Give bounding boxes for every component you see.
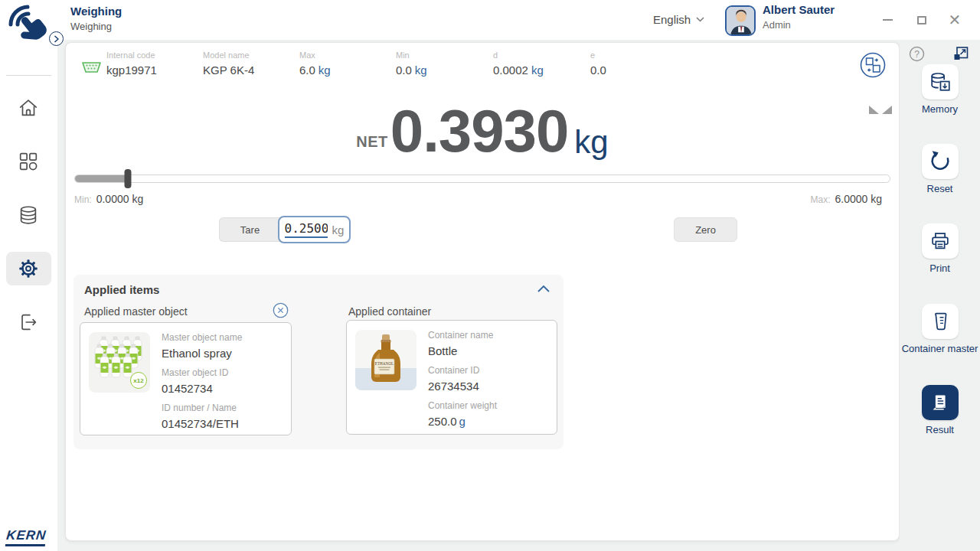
master-section-label: Applied master object bbox=[84, 305, 188, 318]
close-icon: ✕ bbox=[949, 12, 962, 28]
action-reset: Reset bbox=[900, 144, 980, 194]
memory-label: Memory bbox=[900, 103, 980, 115]
user-menu[interactable]: Albert Sauter Admin bbox=[763, 3, 835, 31]
user-name: Albert Sauter bbox=[763, 3, 835, 16]
master-id-number: 01452734/ETH bbox=[162, 417, 242, 430]
sidebar-item-database[interactable] bbox=[17, 204, 40, 227]
reset-icon bbox=[928, 149, 952, 174]
chevron-down-icon bbox=[696, 17, 704, 22]
field-label: Master object name bbox=[162, 332, 242, 343]
avatar[interactable] bbox=[725, 5, 756, 36]
tare-input-box: kg bbox=[278, 216, 351, 243]
close-button[interactable]: ✕ bbox=[943, 0, 966, 40]
slider-thumb[interactable] bbox=[125, 169, 132, 188]
tare-unit: kg bbox=[332, 223, 345, 236]
page-title: Weighing bbox=[70, 5, 122, 18]
memory-button[interactable] bbox=[922, 64, 959, 99]
result-icon bbox=[928, 390, 952, 415]
info-internal-code: Internal code kgp19971 bbox=[106, 51, 157, 77]
user-role: Admin bbox=[763, 19, 835, 31]
tare-button[interactable]: Tare bbox=[219, 217, 280, 242]
breadcrumb: Weighing bbox=[70, 21, 122, 32]
scale-info-bar: Internal code kgp19971 Model name KGP 6K… bbox=[66, 43, 899, 86]
help-icon[interactable]: ? bbox=[909, 46, 925, 62]
net-label: NET bbox=[356, 133, 388, 151]
container-image: ETHANOL bbox=[355, 330, 416, 390]
container-master-icon bbox=[928, 309, 952, 334]
sidebar-expand-button[interactable] bbox=[49, 31, 64, 46]
master-object-id: 01452734 bbox=[162, 382, 242, 395]
master-object-image: x12 bbox=[89, 332, 150, 393]
reset-button[interactable] bbox=[922, 144, 959, 179]
svg-text:?: ? bbox=[914, 49, 920, 60]
range-max: Max:6.0000 kg bbox=[810, 193, 882, 205]
action-container-master: Container master bbox=[900, 304, 980, 354]
field-label: Master object ID bbox=[162, 367, 242, 378]
minimize-button[interactable] bbox=[876, 0, 899, 40]
sidebar-divider bbox=[6, 75, 51, 76]
range-min: Min:0.0000 kg bbox=[74, 193, 143, 205]
container-card: ETHANOL Container name Bottle Container … bbox=[346, 320, 557, 435]
info-max: Max 6.0kg bbox=[299, 51, 331, 77]
container-master-label: Container master bbox=[900, 343, 980, 354]
master-object-name: Ethanol spray bbox=[162, 347, 242, 360]
clear-master-object-icon[interactable] bbox=[273, 302, 289, 318]
ethanol-bottle-icon: ETHANOL bbox=[355, 330, 416, 390]
result-label: Result bbox=[900, 424, 980, 435]
switch-scale-icon[interactable] bbox=[860, 52, 886, 78]
container-section-label: Applied container bbox=[348, 305, 431, 318]
user-photo-icon bbox=[727, 7, 756, 36]
container-id: 26734534 bbox=[428, 380, 497, 393]
info-e: e 0.0 bbox=[590, 51, 606, 77]
maximize-icon bbox=[917, 16, 926, 24]
info-min: Min 0.0kg bbox=[396, 51, 427, 77]
master-object-card: x12 Master object name Ethanol spray Mas… bbox=[80, 322, 292, 435]
sidebar-item-apps[interactable] bbox=[17, 150, 40, 173]
container-weight: 250.0g bbox=[428, 415, 497, 428]
result-button[interactable] bbox=[922, 385, 959, 420]
action-memory: Memory bbox=[900, 64, 980, 115]
pack-count-badge: x12 bbox=[130, 372, 147, 389]
reset-label: Reset bbox=[900, 183, 980, 194]
language-label: English bbox=[653, 13, 691, 26]
info-model-name: Model name KGP 6K-4 bbox=[203, 51, 254, 77]
zero-button[interactable]: Zero bbox=[674, 217, 737, 242]
slider-fill bbox=[75, 175, 128, 182]
field-label: Container ID bbox=[428, 365, 497, 376]
sidebar-item-settings[interactable] bbox=[17, 257, 40, 280]
info-d: d 0.0002kg bbox=[493, 51, 544, 77]
tare-input[interactable] bbox=[285, 221, 328, 238]
left-sidebar: KERN bbox=[0, 40, 57, 551]
chevron-up-icon[interactable] bbox=[537, 285, 550, 292]
serial-connector-icon bbox=[81, 61, 102, 73]
sidebar-item-logout[interactable] bbox=[17, 311, 40, 334]
minimize-icon bbox=[883, 19, 893, 21]
print-button[interactable] bbox=[922, 223, 959, 259]
weight-value: 0.3930 bbox=[390, 107, 569, 156]
print-label: Print bbox=[900, 262, 980, 274]
applied-items-title: Applied items bbox=[84, 283, 159, 296]
maximize-button[interactable] bbox=[910, 0, 933, 40]
weight-unit: kg bbox=[574, 129, 608, 155]
weight-display: NET 0.3930 kg bbox=[66, 107, 899, 156]
print-icon bbox=[928, 229, 952, 253]
container-master-button[interactable] bbox=[922, 304, 959, 339]
field-label: Container weight bbox=[428, 400, 497, 411]
app-logo-touch-icon bbox=[8, 3, 49, 47]
field-label: ID number / Name bbox=[162, 403, 242, 413]
applied-items-panel: Applied items Applied master object Appl… bbox=[74, 275, 564, 449]
expand-window-icon[interactable] bbox=[952, 44, 970, 63]
weighing-panel: Internal code kgp19971 Model name KGP 6K… bbox=[65, 42, 900, 541]
language-selector[interactable]: English bbox=[653, 13, 704, 26]
action-print: Print bbox=[900, 223, 980, 274]
container-name: Bottle bbox=[428, 344, 497, 357]
svg-text:ETHANOL: ETHANOL bbox=[375, 361, 394, 366]
action-result: Result bbox=[900, 385, 980, 435]
field-label: Container name bbox=[428, 330, 497, 341]
kern-logo: KERN bbox=[5, 528, 47, 546]
sidebar-item-home[interactable] bbox=[17, 96, 40, 119]
top-header: Weighing Weighing English Albert Sauter … bbox=[0, 0, 980, 40]
capacity-slider[interactable] bbox=[74, 174, 890, 183]
chevron-right-icon bbox=[54, 35, 59, 43]
tare-group: Tare kg bbox=[219, 216, 351, 243]
